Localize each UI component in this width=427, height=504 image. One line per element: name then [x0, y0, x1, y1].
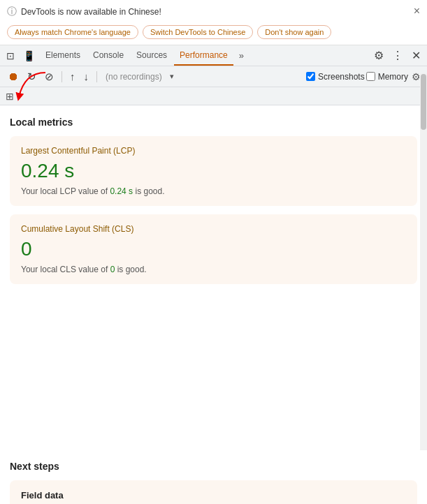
- recordings-dropdown[interactable]: ▾: [168, 70, 176, 83]
- cls-desc-suffix: is good.: [115, 265, 146, 274]
- lcp-value: 0.24 s: [21, 160, 406, 182]
- upload-button[interactable]: ↑: [66, 68, 79, 84]
- memory-checkbox-label[interactable]: Memory: [366, 72, 408, 82]
- device-toggle-icon[interactable]: 📱: [20, 48, 38, 64]
- lcp-title: Largest Contentful Paint (LCP): [21, 146, 406, 156]
- cls-card: Cumulative Layout Shift (CLS) 0 Your loc…: [10, 214, 417, 284]
- scroll-thumb[interactable]: [421, 74, 426, 130]
- download-button[interactable]: ↓: [80, 68, 93, 84]
- toolbar-separator: [61, 71, 62, 82]
- record-button[interactable]: ⏺: [4, 68, 22, 85]
- close-banner-button[interactable]: ×: [414, 6, 420, 17]
- tab-console[interactable]: Console: [87, 45, 129, 66]
- lcp-card: Largest Contentful Paint (LCP) 0.24 s Yo…: [10, 136, 417, 206]
- scroll-track[interactable]: [420, 73, 427, 450]
- cls-value: 0: [21, 238, 406, 260]
- screenshots-checkbox[interactable]: [306, 72, 315, 81]
- more-options-button[interactable]: ⋮: [389, 47, 407, 64]
- screenshots-label: Screenshots: [318, 72, 365, 82]
- switch-chinese-button[interactable]: Switch DevTools to Chinese: [143, 25, 253, 39]
- memory-checkbox[interactable]: [366, 72, 375, 81]
- notification-text: DevTools is now available in Chinese!: [21, 7, 161, 17]
- notification-title: ⓘ DevTools is now available in Chinese!: [7, 6, 420, 18]
- lcp-desc: Your local LCP value of 0.24 s is good.: [21, 186, 406, 196]
- dont-show-again-button[interactable]: Don't show again: [257, 25, 331, 39]
- toolbar-separator-2: [96, 71, 97, 82]
- memory-label: Memory: [378, 72, 408, 82]
- info-icon: ⓘ: [7, 6, 17, 18]
- lcp-desc-value: 0.24 s: [110, 186, 133, 196]
- clear-button[interactable]: ⊘: [41, 68, 57, 85]
- local-metrics-title: Local metrics: [10, 117, 417, 128]
- lcp-desc-suffix: is good.: [133, 186, 164, 196]
- field-data-title: Field data: [21, 490, 406, 501]
- tab-performance[interactable]: Performance: [174, 45, 233, 66]
- capture-screenshot-icon[interactable]: ⊞: [6, 91, 14, 102]
- no-recordings-label: (no recordings): [101, 72, 166, 82]
- tab-sources[interactable]: Sources: [131, 45, 173, 66]
- close-devtools-button[interactable]: ✕: [408, 47, 424, 64]
- next-steps-section: Next steps Field data See how your local…: [0, 451, 427, 504]
- lcp-desc-prefix: Your local LCP value of: [21, 186, 110, 196]
- cls-desc-prefix: Your local CLS value of: [21, 265, 110, 274]
- performance-toolbar: ⏺ ↻ ⊘ ↑ ↓ (no recordings) ▾ Screenshots …: [0, 66, 427, 87]
- settings-gear-button[interactable]: ⚙: [370, 47, 387, 64]
- more-tabs-button[interactable]: »: [235, 47, 248, 64]
- devtools-tab-bar: ⊡ 📱 Elements Console Sources Performance…: [0, 45, 427, 66]
- notification-banner: ⓘ DevTools is now available in Chinese! …: [0, 0, 427, 45]
- main-content: Local metrics Largest Contentful Paint (…: [0, 105, 427, 451]
- dock-toggle-icon[interactable]: ⊡: [3, 48, 18, 64]
- next-steps-title: Next steps: [10, 461, 417, 472]
- cls-desc: Your local CLS value of 0 is good.: [21, 265, 406, 274]
- field-data-card: Field data See how your local metrics co…: [10, 480, 417, 504]
- tab-elements[interactable]: Elements: [40, 45, 86, 66]
- capture-toolbar: ⊞: [0, 87, 427, 105]
- match-language-button[interactable]: Always match Chrome's language: [7, 25, 138, 39]
- reload-record-button[interactable]: ↻: [24, 68, 40, 85]
- cls-title: Cumulative Layout Shift (CLS): [21, 224, 406, 234]
- screenshots-checkbox-label[interactable]: Screenshots: [306, 72, 365, 82]
